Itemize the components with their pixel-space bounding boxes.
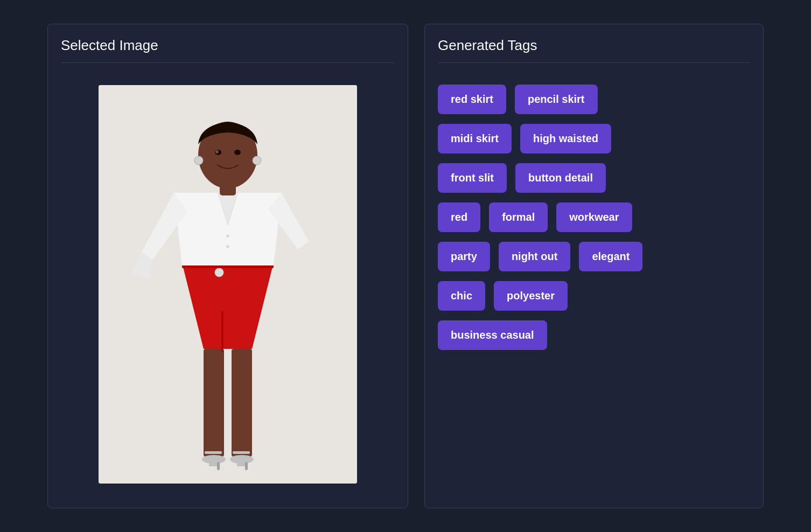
- selected-image-panel: Selected Image: [47, 24, 408, 508]
- tags-row-3: front slit button detail: [438, 163, 750, 193]
- generated-tags-title: Generated Tags: [438, 37, 750, 63]
- svg-point-12: [226, 245, 229, 248]
- svg-point-11: [226, 234, 229, 237]
- selected-image-title: Selected Image: [61, 37, 395, 63]
- tags-row-2: midi skirt high waisted: [438, 124, 750, 153]
- svg-rect-8: [245, 462, 248, 470]
- tag-workwear[interactable]: workwear: [556, 202, 632, 232]
- svg-rect-2: [232, 349, 252, 457]
- tag-formal[interactable]: formal: [489, 202, 548, 232]
- svg-rect-20: [205, 451, 222, 454]
- svg-point-9: [215, 268, 223, 277]
- tag-night-out[interactable]: night out: [499, 242, 571, 271]
- svg-point-17: [215, 150, 219, 153]
- tag-business-casual[interactable]: business casual: [438, 320, 547, 350]
- tags-row-7: business casual: [438, 320, 750, 350]
- svg-rect-5: [217, 462, 220, 470]
- tags-row-1: red skirt pencil skirt: [438, 85, 750, 114]
- svg-point-18: [194, 156, 203, 165]
- tags-row-4: red formal workwear: [438, 202, 750, 232]
- tags-row-5: party night out elegant: [438, 242, 750, 271]
- tag-chic[interactable]: chic: [438, 281, 485, 311]
- tag-button-detail[interactable]: button detail: [515, 163, 606, 193]
- tag-high-waisted[interactable]: high waisted: [520, 124, 611, 153]
- tag-front-slit[interactable]: front slit: [438, 163, 507, 193]
- svg-rect-1: [204, 349, 224, 457]
- tags-container: red skirt pencil skirt midi skirt high w…: [438, 74, 750, 495]
- tag-polyester[interactable]: polyester: [494, 281, 568, 311]
- tag-midi-skirt[interactable]: midi skirt: [438, 124, 512, 153]
- image-container: [61, 74, 395, 495]
- fashion-image: [99, 85, 357, 484]
- svg-point-16: [234, 150, 241, 155]
- svg-rect-21: [233, 451, 250, 454]
- tag-pencil-skirt[interactable]: pencil skirt: [515, 85, 598, 114]
- tag-red[interactable]: red: [438, 202, 480, 232]
- tag-party[interactable]: party: [438, 242, 490, 271]
- tag-red-skirt[interactable]: red skirt: [438, 85, 506, 114]
- generated-tags-panel: Generated Tags red skirt pencil skirt mi…: [424, 24, 764, 508]
- tag-elegant[interactable]: elegant: [579, 242, 642, 271]
- tags-row-6: chic polyester: [438, 281, 750, 311]
- svg-point-19: [253, 156, 261, 165]
